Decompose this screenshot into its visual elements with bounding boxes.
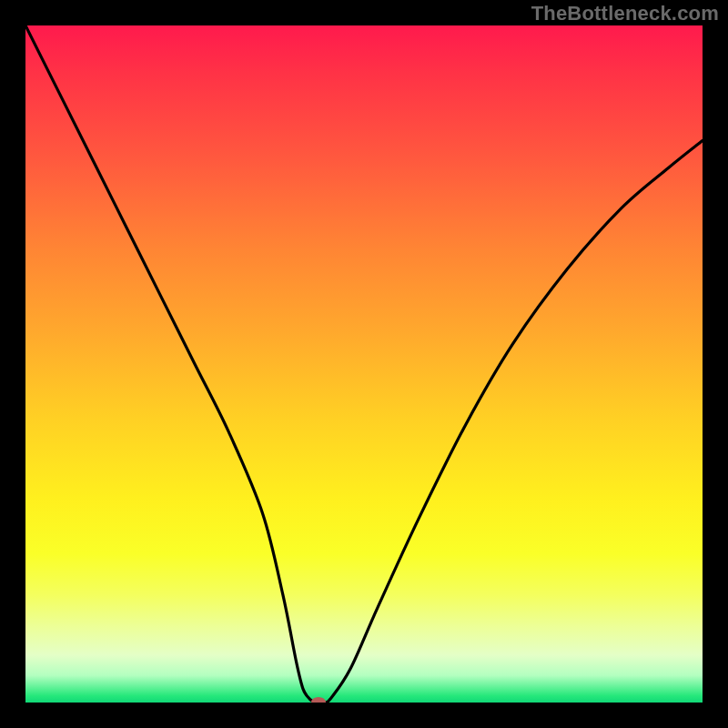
watermark-text: TheBottleneck.com — [531, 2, 719, 25]
bottleneck-marker — [311, 697, 326, 703]
chart-frame: TheBottleneck.com — [0, 0, 728, 728]
bottleneck-curve — [25, 25, 703, 703]
plot-area — [25, 25, 703, 703]
